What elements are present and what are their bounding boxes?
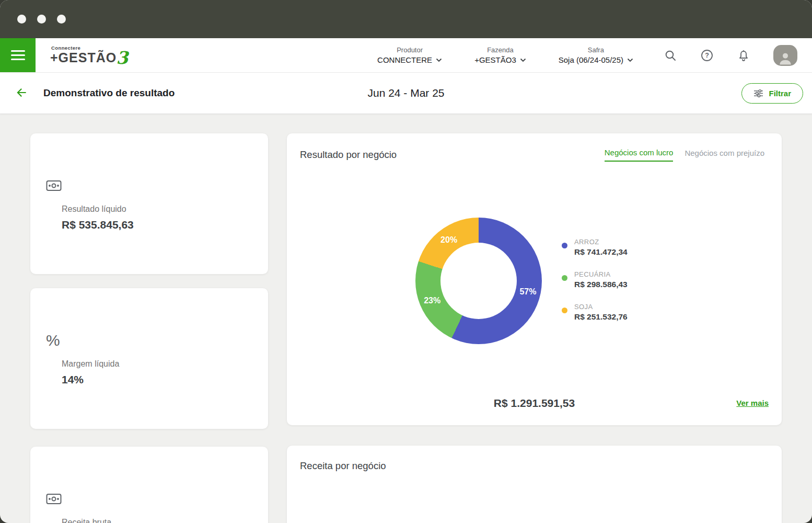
hamburger-icon — [11, 54, 25, 56]
donut-segment-label: 57% — [519, 287, 536, 297]
selector-value: Soja (06/24-05/25) — [559, 55, 623, 64]
kpi-card-margem-liquida: % Margem líquida 14% — [30, 288, 268, 429]
app-logo: Connectere +GESTÃO3 — [50, 46, 129, 65]
back-button[interactable] — [14, 86, 29, 100]
legend-dot — [562, 308, 567, 313]
page-title: Demonstrativo de resultado — [43, 87, 175, 99]
context-selectors: Produtor CONNECTERE Fazenda +GESTÃO3 Saf… — [377, 46, 633, 64]
user-silhouette-icon — [778, 50, 793, 66]
chevron-down-icon — [520, 58, 526, 62]
search-button[interactable] — [664, 49, 677, 62]
result-tabs: Negócios com lucro Negócios com prejuízo — [605, 148, 764, 162]
legend-item-soja: SOJA R$ 251.532,76 — [562, 303, 628, 322]
donut-hole — [440, 243, 517, 319]
money-icon — [46, 493, 62, 505]
legend-value: R$ 251.532,76 — [574, 312, 628, 322]
kpi-label: Receita bruta — [62, 518, 252, 523]
header-actions: ? — [664, 45, 797, 66]
logo-main-text: +GESTÃO3 — [50, 51, 129, 65]
card-title: Resultado por negócio — [300, 149, 397, 161]
result-by-business-card: Resultado por negócio Negócios com lucro… — [287, 133, 782, 425]
donut-chart[interactable]: 57% 23% 20% — [415, 218, 542, 344]
chart-legend: ARROZ R$ 741.472,34 PECUÁRIA R$ 298.586,… — [562, 238, 628, 322]
chart-total: R$ 1.291.591,53 — [287, 397, 782, 410]
filter-button[interactable]: Filtrar — [741, 83, 803, 104]
search-icon — [664, 49, 677, 62]
bell-icon — [737, 49, 750, 62]
avatar[interactable] — [773, 45, 797, 66]
hamburger-menu-button[interactable] — [0, 38, 36, 72]
legend-dot — [562, 275, 567, 281]
kpi-label: Resultado líquido — [62, 204, 252, 214]
hamburger-icon — [11, 59, 25, 60]
legend-label: ARROZ — [574, 238, 628, 246]
kpi-card-resultado-liquido: Resultado líquido R$ 535.845,63 — [30, 133, 268, 274]
chevron-down-icon — [627, 58, 633, 62]
main-content: Resultado líquido R$ 535.845,63 % Margem… — [0, 114, 812, 523]
window-control-dot[interactable] — [57, 15, 66, 24]
chevron-down-icon — [436, 58, 442, 62]
selector-value: CONNECTERE — [377, 55, 432, 64]
app-header: Connectere +GESTÃO3 Produtor CONNECTERE … — [0, 38, 812, 73]
tab-negocios-com-prejuizo[interactable]: Negócios com prejuízo — [685, 148, 764, 162]
selector-safra[interactable]: Safra Soja (06/24-05/25) — [559, 46, 633, 64]
donut-segment-label: 20% — [440, 235, 457, 245]
hamburger-icon — [11, 50, 25, 52]
selector-fazenda[interactable]: Fazenda +GESTÃO3 — [474, 46, 526, 64]
back-arrow-icon — [15, 86, 28, 99]
charts-column: Resultado por negócio Negócios com lucro… — [287, 133, 782, 523]
svg-text:?: ? — [705, 52, 709, 59]
selector-label: Safra — [559, 46, 633, 54]
percent-icon: % — [46, 334, 60, 347]
revenue-by-business-card: Receita por negócio — [287, 446, 782, 523]
window-titlebar — [0, 0, 812, 38]
card-title: Receita por negócio — [300, 460, 386, 472]
selector-value: +GESTÃO3 — [474, 55, 516, 64]
legend-item-pecuaria: PECUÁRIA R$ 298.586,43 — [562, 270, 628, 289]
selector-label: Produtor — [377, 46, 442, 54]
kpi-label: Margem líquida — [62, 359, 252, 369]
money-icon — [46, 179, 62, 192]
help-button[interactable]: ? — [700, 49, 714, 62]
tab-negocios-com-lucro[interactable]: Negócios com lucro — [605, 148, 674, 162]
kpi-value: R$ 535.845,63 — [62, 219, 252, 231]
sliders-icon — [753, 89, 763, 98]
logo-accent-3: 3 — [116, 51, 129, 65]
legend-dot — [562, 243, 567, 248]
legend-item-arroz: ARROZ R$ 741.472,34 — [562, 238, 628, 257]
selector-label: Fazenda — [474, 46, 526, 54]
legend-label: SOJA — [574, 303, 628, 311]
kpi-value: 14% — [62, 373, 252, 386]
app-window: Connectere +GESTÃO3 Produtor CONNECTERE … — [0, 0, 812, 523]
kpi-column: Resultado líquido R$ 535.845,63 % Margem… — [30, 133, 268, 523]
window-control-dot[interactable] — [37, 15, 46, 24]
selector-produtor[interactable]: Produtor CONNECTERE — [377, 46, 442, 64]
legend-value: R$ 298.586,43 — [574, 280, 628, 289]
page-subheader: Demonstrativo de resultado Jun 24 - Mar … — [0, 73, 812, 114]
ver-mais-link[interactable]: Ver mais — [736, 399, 769, 407]
legend-label: PECUÁRIA — [574, 270, 628, 278]
filter-button-label: Filtrar — [769, 89, 791, 98]
notifications-button[interactable] — [737, 49, 750, 62]
window-control-dot[interactable] — [17, 15, 26, 24]
legend-value: R$ 741.472,34 — [574, 247, 628, 257]
donut-segment-label: 23% — [424, 296, 440, 305]
kpi-card-receita-bruta: Receita bruta — [30, 447, 268, 523]
help-icon: ? — [701, 49, 713, 62]
